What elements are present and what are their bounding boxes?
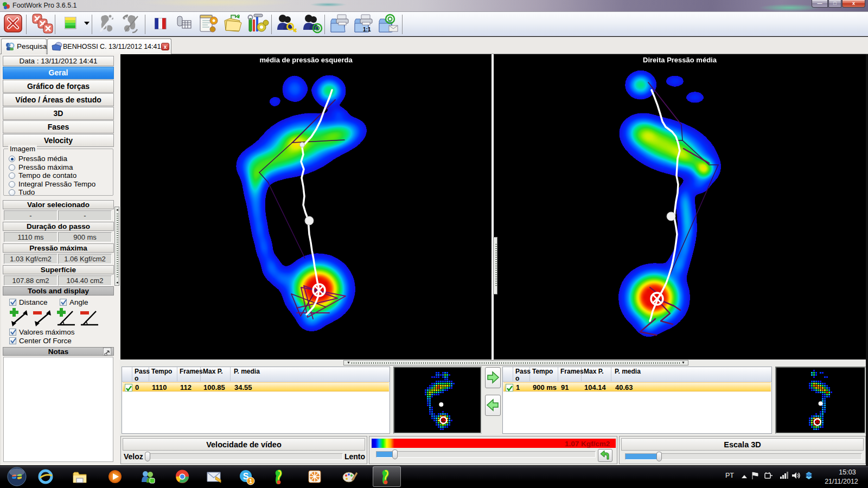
svg-text:1:1: 1:1	[363, 27, 371, 33]
svg-text:1: 1	[249, 478, 252, 484]
